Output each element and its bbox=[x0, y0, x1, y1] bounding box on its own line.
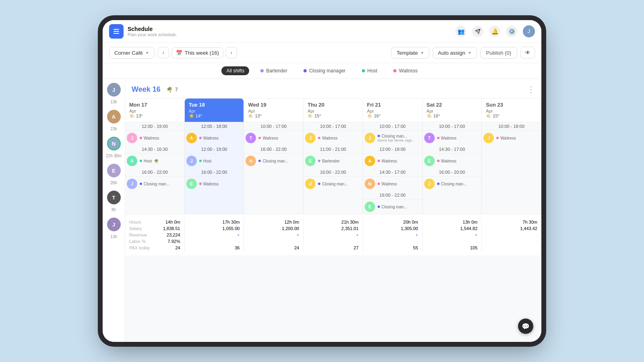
top-icons: 👥 🔔 ⚙️ J bbox=[455, 25, 535, 37]
user-avatar[interactable]: J bbox=[523, 25, 535, 37]
labor-value: - bbox=[357, 239, 359, 244]
shift-avatar: A bbox=[186, 133, 197, 143]
role-label: Waitress bbox=[262, 136, 278, 140]
stat-row: + bbox=[248, 232, 299, 238]
staff-hours: 8h bbox=[111, 208, 116, 212]
staff-hours: 13h bbox=[110, 234, 117, 239]
shift-time: 12:00 - 18:00 bbox=[363, 145, 422, 154]
week-selector[interactable]: 📅 This week (16) bbox=[171, 47, 223, 58]
stat-col-mon: Hours 14h 0m Salary 1,838.51 Revenue 23,… bbox=[125, 218, 185, 252]
bartender-dot bbox=[260, 69, 264, 72]
role-label: Host bbox=[144, 159, 152, 163]
shift-avatar: E bbox=[424, 156, 435, 166]
shift-person[interactable]: J Host bbox=[185, 154, 244, 168]
shift-person[interactable]: N Waitress bbox=[363, 177, 422, 191]
shift-person[interactable]: J Waitress bbox=[303, 131, 363, 145]
shift-person[interactable]: E Waitress bbox=[423, 154, 482, 168]
stat-row: 1,544.82 bbox=[427, 225, 478, 232]
filter-host[interactable]: Host bbox=[357, 66, 382, 75]
shift-info: Bartender bbox=[318, 159, 361, 163]
stat-row: 7h 30m bbox=[486, 219, 537, 225]
labor-value: - bbox=[476, 239, 478, 244]
avatar-online: N bbox=[107, 137, 121, 150]
avatar: T bbox=[107, 191, 121, 204]
shift-time: 10:00 - 17:00 bbox=[423, 122, 482, 131]
salary-value: 1,055.00 bbox=[223, 226, 240, 231]
send-icon[interactable] bbox=[472, 26, 483, 37]
next-week-button[interactable]: › bbox=[226, 47, 237, 58]
revenue-value: - bbox=[536, 232, 537, 237]
shift-person[interactable]: A Waitress bbox=[185, 131, 244, 145]
shift-time: 14:30 - 16:30 bbox=[125, 145, 184, 154]
shift-person[interactable]: J Closing man... Norris har første vagt.… bbox=[363, 131, 422, 145]
shift-time: 16:00 - 22:00 bbox=[363, 191, 422, 200]
bell-icon[interactable]: 🔔 bbox=[489, 26, 500, 37]
more-options-button[interactable]: ⋮ bbox=[527, 84, 535, 94]
shift-person[interactable]: J Closing man... bbox=[423, 177, 482, 191]
week-people-count: 🌴 7 bbox=[166, 86, 178, 93]
stat-row: - bbox=[367, 238, 418, 245]
shift-person[interactable]: J Waitress bbox=[125, 131, 184, 145]
role-label: Waitress bbox=[203, 182, 219, 186]
chevron-down-icon: ▼ bbox=[420, 51, 424, 55]
location-dropdown[interactable]: Corner Café ▼ bbox=[109, 47, 155, 59]
stat-row: - bbox=[308, 238, 359, 245]
pax-value: 27 bbox=[354, 245, 359, 250]
role-dot bbox=[140, 183, 142, 185]
avatar: J bbox=[107, 83, 121, 97]
labor-value: 7.92% bbox=[168, 239, 180, 244]
shift-role: Waitress bbox=[437, 136, 480, 140]
revenue-value: + bbox=[297, 232, 299, 237]
role-label: Waitress bbox=[500, 136, 516, 140]
filter-waitress[interactable]: Waitress bbox=[388, 66, 422, 75]
staff-hours: 13h bbox=[110, 100, 117, 104]
calendar-area: Week 16 🌴 7 ⋮ Mon 17 Apr 🌤️ 13° Tue 18 A… bbox=[125, 79, 541, 342]
week-header: Week 16 🌴 7 ⋮ bbox=[125, 79, 541, 99]
palm-icon: 🌴 bbox=[154, 159, 159, 163]
role-label: Waitress bbox=[382, 182, 397, 186]
shift-time: 16:00 - 22:00 bbox=[303, 168, 363, 177]
week-title: Week 16 bbox=[132, 85, 161, 94]
shift-person[interactable]: J Waitress bbox=[482, 131, 541, 145]
shift-person[interactable]: A Waitress bbox=[363, 154, 422, 168]
shift-role: Closing man... bbox=[258, 159, 301, 163]
filter-bartender[interactable]: Bartender bbox=[256, 66, 292, 75]
shift-person[interactable]: A Host 🌴 bbox=[125, 154, 184, 168]
shift-person[interactable]: N Closing man... bbox=[244, 154, 303, 168]
people-icon[interactable]: 👥 bbox=[455, 26, 466, 37]
role-label: Waitress bbox=[144, 136, 159, 140]
shift-time: 16:00 - 20:00 bbox=[423, 168, 482, 177]
role-dot bbox=[437, 137, 440, 139]
stat-row: + bbox=[189, 232, 240, 238]
settings-icon[interactable]: ⚙️ bbox=[506, 26, 517, 37]
shift-person[interactable]: E Bartender bbox=[303, 154, 363, 168]
shift-person[interactable]: T Waitress bbox=[244, 131, 303, 145]
shift-person[interactable]: J Closing man... bbox=[303, 177, 363, 191]
left-staff-panel: J 13h A 23h N 22h 30m E 26h T 8h J 13h bbox=[103, 79, 125, 342]
shift-person[interactable]: E Waitress bbox=[185, 177, 244, 191]
auto-assign-dropdown[interactable]: Auto assign ▼ bbox=[433, 47, 477, 59]
visibility-toggle[interactable]: 👁 bbox=[520, 47, 535, 59]
chat-button[interactable]: 💬 bbox=[518, 319, 533, 334]
day-shifts-sat: 10:00 - 17:00 T Waitress 14:30 - 17:00 E bbox=[423, 122, 482, 214]
filter-all-shifts[interactable]: All shifts bbox=[221, 66, 249, 75]
shift-info: Closing man... bbox=[437, 182, 480, 186]
shift-person[interactable]: E Closing man... bbox=[363, 200, 422, 214]
labor-value: - bbox=[238, 239, 240, 244]
stat-row: 36 bbox=[189, 245, 240, 251]
shift-info: Waitress bbox=[437, 136, 480, 140]
shift-person[interactable]: T Waitress bbox=[423, 131, 482, 145]
template-dropdown[interactable]: Template ▼ bbox=[391, 47, 429, 59]
shift-info: Waitress bbox=[140, 136, 183, 140]
labor-value: - bbox=[297, 239, 299, 244]
filter-waitress-label: Waitress bbox=[399, 68, 417, 74]
prev-week-button[interactable]: ‹ bbox=[158, 47, 169, 58]
publish-button[interactable]: Publish (0) bbox=[480, 47, 517, 59]
shift-person[interactable]: J Closing man... bbox=[125, 177, 184, 191]
shift-role: Waitress bbox=[318, 136, 361, 140]
chevron-down-icon: ▼ bbox=[468, 51, 472, 55]
shift-time: 16:00 - 22:00 bbox=[244, 145, 303, 154]
filter-closing-manager[interactable]: Closing manager bbox=[299, 66, 351, 75]
shift-avatar: E bbox=[365, 202, 375, 212]
hours-value: 12h 0m bbox=[284, 220, 299, 224]
